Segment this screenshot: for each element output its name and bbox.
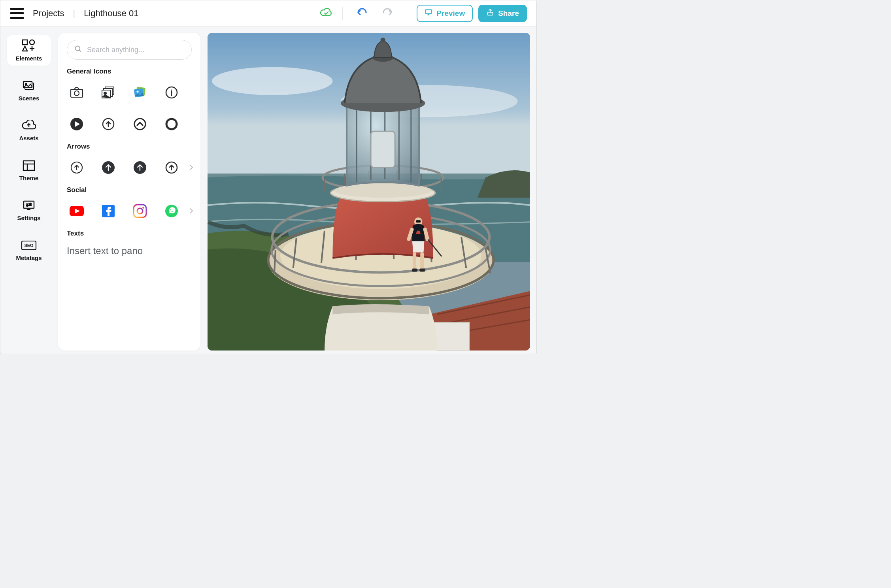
social-more-button[interactable] <box>189 208 193 216</box>
arrows-more-button[interactable] <box>189 164 193 173</box>
up-circle-outline-icon[interactable] <box>101 117 116 132</box>
insert-text-element[interactable]: Insert text to pano <box>67 245 192 256</box>
panorama-viewport[interactable] <box>208 33 530 351</box>
scenes-icon <box>21 79 37 92</box>
section-title-social: Social <box>67 186 192 194</box>
facebook-icon[interactable] <box>101 204 116 219</box>
svg-point-11 <box>30 203 31 205</box>
svg-point-79 <box>381 38 385 42</box>
preview-label: Preview <box>436 9 465 18</box>
breadcrumb-separator: | <box>73 8 75 19</box>
svg-rect-85 <box>419 268 425 271</box>
instagram-icon[interactable] <box>132 204 147 219</box>
search-field[interactable] <box>67 40 192 60</box>
camera-icon[interactable] <box>69 85 84 100</box>
sidebar-item-metatags[interactable]: SEO Metatags <box>7 235 51 265</box>
svg-point-17 <box>74 91 79 96</box>
share-button[interactable]: Share <box>478 5 527 22</box>
settings-icon <box>21 199 37 212</box>
sidebar-item-label: Settings <box>17 215 40 221</box>
breadcrumb: Projects | Lighthouse 01 <box>33 8 138 19</box>
sidebar: Elements Scenes Assets Theme <box>7 33 51 351</box>
undo-button[interactable] <box>352 6 372 21</box>
svg-point-29 <box>134 119 145 130</box>
sidebar-item-label: Metatags <box>16 254 42 261</box>
arrow-up-outline-icon[interactable] <box>69 160 84 175</box>
sidebar-item-label: Assets <box>19 135 38 141</box>
assets-icon <box>21 119 37 132</box>
projects-link[interactable]: Projects <box>33 8 64 19</box>
svg-rect-0 <box>426 9 432 13</box>
sidebar-item-label: Scenes <box>19 95 40 102</box>
section-title-arrows: Arrows <box>67 143 192 151</box>
svg-point-26 <box>171 89 172 90</box>
svg-point-24 <box>137 91 139 93</box>
arrow-up-solid-dark-icon[interactable] <box>101 160 116 175</box>
svg-point-30 <box>166 119 177 129</box>
svg-rect-82 <box>413 253 416 270</box>
toolbar-divider <box>342 7 343 20</box>
gallery-icon[interactable] <box>101 85 116 100</box>
svg-rect-76 <box>371 131 395 168</box>
theme-icon <box>21 159 37 172</box>
whatsapp-icon[interactable] <box>164 204 179 219</box>
svg-rect-37 <box>134 205 146 217</box>
cloud-saved-icon <box>319 8 333 19</box>
svg-point-39 <box>142 207 144 209</box>
elements-panel: General Icons <box>58 33 200 351</box>
svg-text:SEO: SEO <box>24 243 34 248</box>
section-title-general: General Icons <box>67 68 192 75</box>
sidebar-item-settings[interactable]: Settings <box>7 195 51 225</box>
play-icon[interactable] <box>69 117 84 132</box>
arrow-up-outline2-icon[interactable] <box>164 160 179 175</box>
svg-rect-7 <box>23 161 34 170</box>
info-icon[interactable] <box>164 85 179 100</box>
svg-point-3 <box>30 40 34 45</box>
sidebar-item-assets[interactable]: Assets <box>7 115 51 145</box>
project-title: Lighthouse 01 <box>84 8 138 19</box>
youtube-icon[interactable] <box>69 204 84 219</box>
sidebar-item-elements[interactable]: Elements <box>7 35 51 66</box>
svg-point-42 <box>212 67 332 95</box>
svg-rect-83 <box>420 253 424 270</box>
search-input[interactable] <box>87 46 184 54</box>
search-icon <box>74 45 82 55</box>
sidebar-item-label: Theme <box>19 175 38 181</box>
svg-rect-10 <box>24 201 34 208</box>
svg-rect-2 <box>23 40 27 45</box>
svg-point-15 <box>76 46 80 51</box>
menu-button[interactable] <box>10 8 24 19</box>
toolbar-divider <box>407 7 407 20</box>
svg-rect-48 <box>433 322 470 351</box>
ring-icon[interactable] <box>164 117 179 132</box>
sidebar-item-theme[interactable]: Theme <box>7 155 51 185</box>
arrow-up-solid-dark2-icon[interactable] <box>132 160 147 175</box>
picture-icon[interactable] <box>132 85 147 100</box>
chevron-up-circle-icon[interactable] <box>132 117 147 132</box>
share-icon <box>486 8 494 18</box>
svg-point-12 <box>26 205 28 206</box>
svg-rect-81 <box>416 220 421 222</box>
svg-point-38 <box>137 208 143 214</box>
sidebar-item-label: Elements <box>16 55 42 62</box>
sidebar-item-scenes[interactable]: Scenes <box>7 75 51 106</box>
seo-icon: SEO <box>21 239 37 252</box>
share-label: Share <box>498 9 519 18</box>
svg-point-21 <box>104 92 106 94</box>
redo-button[interactable] <box>378 6 397 21</box>
section-title-texts: Texts <box>67 230 192 237</box>
preview-button[interactable]: Preview <box>417 5 473 22</box>
svg-rect-84 <box>412 268 417 271</box>
elements-icon <box>21 39 37 53</box>
presentation-icon <box>425 8 432 18</box>
